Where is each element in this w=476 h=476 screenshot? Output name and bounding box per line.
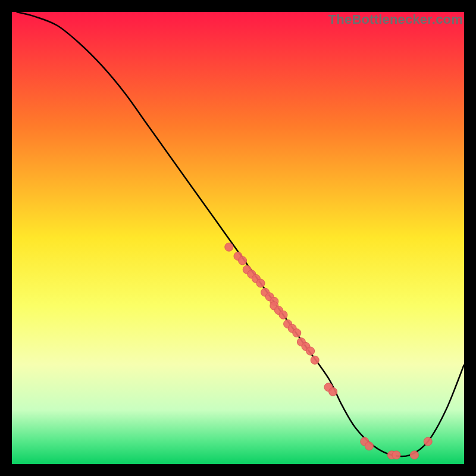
data-point xyxy=(311,356,319,364)
chart-svg xyxy=(12,12,464,464)
data-point xyxy=(410,451,418,459)
data-point xyxy=(424,437,432,446)
data-point xyxy=(392,451,400,459)
data-point xyxy=(329,387,337,396)
gradient-background xyxy=(12,12,464,464)
data-point xyxy=(365,442,373,450)
data-point xyxy=(279,311,287,319)
data-point xyxy=(306,347,315,355)
data-point xyxy=(256,279,265,287)
data-point xyxy=(239,256,247,265)
data-point xyxy=(293,329,301,337)
chart-frame: TheBottlenecker.com xyxy=(12,12,464,464)
data-point xyxy=(225,243,233,251)
watermark-text: TheBottlenecker.com xyxy=(328,12,463,27)
